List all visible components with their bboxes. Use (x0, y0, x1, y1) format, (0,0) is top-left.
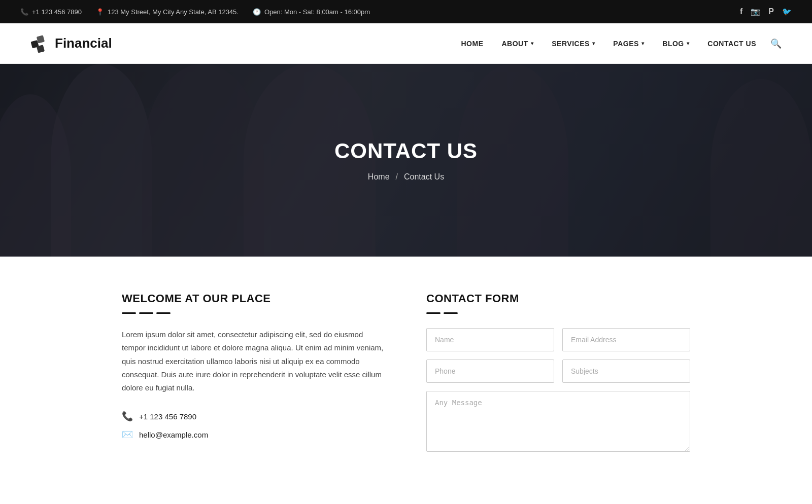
name-input[interactable] (426, 328, 554, 351)
nav-contact-label: CONTACT US (707, 40, 756, 48)
chevron-down-icon: ▾ (592, 41, 595, 46)
contact-phone-item: 📞 +1 123 456 7890 (122, 411, 386, 422)
divider-dash-1 (122, 312, 136, 314)
nav-about[interactable]: ABOUT ▾ (495, 35, 541, 52)
logo-icon (30, 34, 50, 53)
top-bar-address: 📍 123 My Street, My City Any State, AB 1… (96, 8, 239, 16)
phone-input[interactable] (426, 359, 554, 383)
nav-blog-label: BLOG (662, 40, 684, 48)
chevron-down-icon: ▾ (531, 41, 534, 46)
hero-title: CONTACT US (334, 139, 478, 163)
address-text: 123 My Street, My City Any State, AB 123… (108, 8, 239, 16)
navbar: Financial HOME ABOUT ▾ SERVICES ▾ PAGES … (0, 23, 812, 64)
breadcrumb-home[interactable]: Home (368, 172, 390, 182)
breadcrumb-separator: / (396, 172, 398, 182)
form-row-2 (426, 359, 690, 383)
welcome-title: WELCOME AT OUR PLACE (122, 292, 386, 305)
contact-info: 📞 +1 123 456 7890 ✉️ hello@example.com (122, 411, 386, 440)
nav-pages-label: PAGES (613, 40, 638, 48)
contact-form-col: CONTACT FORM (426, 292, 690, 462)
breadcrumb-current: Contact Us (404, 172, 444, 182)
welcome-divider (122, 312, 386, 314)
email-input[interactable] (562, 328, 690, 351)
nav-services[interactable]: SERVICES ▾ (545, 35, 602, 52)
phone-icon: 📞 (20, 8, 28, 16)
location-icon: 📍 (96, 8, 104, 16)
divider-dash-2 (139, 312, 153, 314)
contact-form (426, 328, 690, 462)
breadcrumb: Home / Contact Us (334, 172, 478, 182)
facebook-link[interactable]: f (740, 7, 742, 16)
main-section: WELCOME AT OUR PLACE Lorem ipsum dolor s… (101, 257, 710, 502)
welcome-body: Lorem ipsum dolor sit amet, consectetur … (122, 328, 386, 394)
chevron-down-icon: ▾ (641, 41, 645, 46)
top-bar-phone: 📞 +1 123 456 7890 (20, 8, 82, 16)
social-links: f 📷 P 🐦 (740, 7, 792, 16)
twitter-link[interactable]: 🐦 (782, 7, 792, 16)
clock-icon: 🕐 (253, 8, 261, 16)
welcome-col: WELCOME AT OUR PLACE Lorem ipsum dolor s… (122, 292, 386, 462)
form-divider-dash-2 (444, 312, 458, 314)
instagram-link[interactable]: 📷 (751, 7, 760, 16)
nav-about-label: ABOUT (502, 40, 528, 48)
form-divider-dash-1 (426, 312, 441, 314)
pinterest-link[interactable]: P (768, 7, 774, 16)
top-bar: 📞 +1 123 456 7890 📍 123 My Street, My Ci… (0, 0, 812, 23)
email-icon: ✉️ (122, 429, 133, 440)
subjects-input[interactable] (562, 359, 690, 383)
hours-text: Open: Mon - Sat: 8;00am - 16:00pm (264, 8, 370, 16)
nav-blog[interactable]: BLOG ▾ (655, 35, 696, 52)
phone-icon: 📞 (122, 411, 133, 422)
nav-contact[interactable]: CONTACT US (700, 35, 763, 52)
divider-dash-3 (156, 312, 171, 314)
contact-phone: +1 123 456 7890 (139, 412, 196, 421)
contact-email: hello@example.com (139, 430, 208, 439)
brand-logo[interactable]: Financial (30, 34, 112, 53)
chevron-down-icon: ▾ (687, 41, 690, 46)
nav-home[interactable]: HOME (454, 35, 491, 52)
message-textarea[interactable] (426, 391, 690, 452)
form-title: CONTACT FORM (426, 292, 690, 305)
hero-section: CONTACT US Home / Contact Us (0, 64, 812, 257)
nav-links: HOME ABOUT ▾ SERVICES ▾ PAGES ▾ BLOG ▾ C… (454, 35, 782, 52)
nav-pages[interactable]: PAGES ▾ (606, 35, 651, 52)
hero-content: CONTACT US Home / Contact Us (334, 139, 478, 182)
top-bar-hours: 🕐 Open: Mon - Sat: 8;00am - 16:00pm (253, 8, 370, 16)
nav-services-label: SERVICES (552, 40, 590, 48)
top-bar-left: 📞 +1 123 456 7890 📍 123 My Street, My Ci… (20, 8, 370, 16)
search-icon[interactable]: 🔍 (770, 38, 782, 49)
form-row-1 (426, 328, 690, 351)
nav-home-label: HOME (461, 40, 484, 48)
form-divider (426, 312, 690, 314)
contact-email-item: ✉️ hello@example.com (122, 429, 386, 440)
brand-name: Financial (55, 35, 112, 51)
phone-number: +1 123 456 7890 (32, 8, 82, 16)
